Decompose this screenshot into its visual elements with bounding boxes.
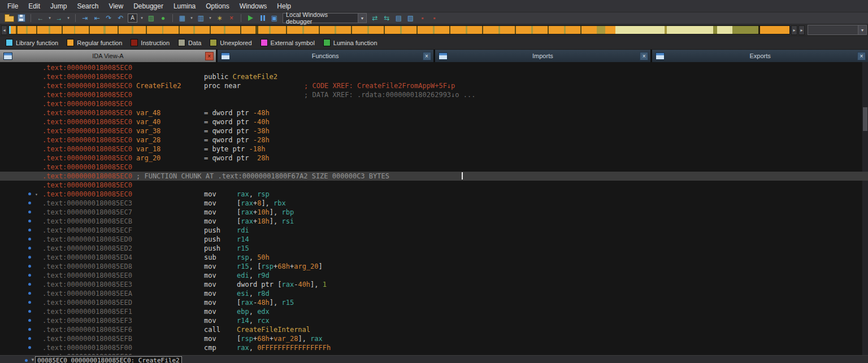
breakpoint-list-button[interactable]: ▧ [406,14,415,23]
menu-lumina[interactable]: Lumina [168,1,201,11]
jump-xref-back-button[interactable]: ↶ [116,14,125,23]
jump-prev-button[interactable]: ⇤ [92,14,102,23]
disasm-line[interactable]: .text:0000000180085EC0 [0,63,868,72]
disasm-line[interactable]: .text:0000000180085EFBmov[rsp+68h+var_28… [0,334,868,343]
navigate-forward-button[interactable]: → [54,14,64,23]
disasm-line[interactable]: ▾.text:0000000180085EC0movrax, rsp [0,190,868,199]
tab-ida-view-a[interactable]: IDA View-A× [0,50,216,62]
disasm-line[interactable]: .text:0000000180085EC0 [0,181,868,190]
save-file-button[interactable] [16,14,26,23]
disasm-line[interactable]: .text:0000000180085ED4subrsp, 50h [0,253,868,262]
disasm-token: , [249,344,257,352]
color-instruction-button[interactable]: ▨ [146,14,156,23]
legend-regular-function: Regular function [67,39,122,46]
menu-edit[interactable]: Edit [23,1,45,11]
disasm-line[interactable]: .text:0000000180085EC7mov[rax+10h], rbp [0,208,868,217]
jump-xref-forward-button[interactable]: ↷ [104,14,114,23]
disasm-line[interactable]: .text:0000000180085EE3movdword ptr [rax-… [0,280,868,289]
disasm-line[interactable]: .text:0000000180085EEAmovesi, r8d [0,289,868,298]
disasm-token: rsp [261,263,274,270]
disasm-token: rax [241,208,253,216]
navigate-back-button[interactable]: ← [36,14,45,23]
disasm-line[interactable]: .text:0000000180085EC0CreateFile2proc ne… [0,81,868,90]
detach-process-button[interactable]: ⇆ [382,14,392,23]
step-into-button[interactable]: ▪ [418,14,427,23]
disasm-address: .text:0000000180085EF6 [42,325,136,334]
navband-dropdown-arrow[interactable]: ▼ [858,25,867,35]
disasm-line[interactable]: .text:0000000180085EF3movr14, rcx [0,316,868,325]
navband-segment [193,26,195,34]
menu-search[interactable]: Search [72,1,103,11]
disasm-line[interactable]: .text:0000000180085EC0 [0,163,868,172]
menu-windows[interactable]: Windows [235,1,272,11]
disasm-line[interactable]: .text:0000000180085EC0public CreateFile2 [0,72,868,81]
desktop-layout-dropdown[interactable]: ▾ [208,14,212,23]
debugger-selector[interactable]: Local Windows debugger▼ [283,14,367,23]
disasm-line[interactable]: .text:0000000180085EC3mov[rax+8], rbx [0,199,868,208]
disasm-line[interactable]: .text:0000000180085EC0 [0,99,868,108]
open-subviews-dropdown[interactable]: ▾ [189,14,194,23]
tab-exports[interactable]: Exports× [652,50,868,62]
stop-debugger-button[interactable]: ▣ [270,14,279,23]
disasm-line[interactable]: .text:0000000180085ECBmov[rax+18h], rsi [0,217,868,226]
close-ida-view-a-button[interactable]: × [205,52,214,60]
attach-process-button[interactable]: ⇄ [370,14,380,23]
menu-debugger[interactable]: Debugger [128,1,168,11]
navband-scroll-left-button[interactable]: ◂ [1,25,7,35]
disasm-line[interactable]: .text:0000000180085F00cmprax, 0FFFFFFFFF… [0,343,868,352]
tab-imports[interactable]: Imports× [435,50,651,62]
open-file-button[interactable] [5,14,14,23]
open-subviews-button[interactable]: ▦ [177,14,187,23]
disasm-line[interactable]: .text:0000000180085EC0var_48= dword ptr … [0,108,868,117]
tab-functions[interactable]: Functions× [218,50,433,62]
debugger-windows-button[interactable]: ▤ [394,14,403,23]
jump-next-button[interactable]: ⇥ [80,14,90,23]
disasm-line[interactable]: .text:0000000180085EEDmov[rax-48h], r15 [0,298,868,307]
disasm-line[interactable]: .text:0000000180085EC0var_40= qword ptr … [0,117,868,126]
navband-dropdown[interactable]: ▼ [808,25,867,34]
disasm-mnemonic: mov [204,217,237,226]
disasm-line[interactable]: .text:0000000180085ED0pushr14 [0,235,868,244]
disasm-token: rsp [257,190,270,198]
disasm-token: var_28 [274,335,298,343]
record-trace-button[interactable]: ● [158,14,168,23]
start-debugger-button[interactable] [246,14,255,23]
disasm-line[interactable]: .text:0000000180085EC0var_38= qword ptr … [0,126,868,135]
desktop-layout-button[interactable]: ▥ [196,14,206,23]
disassembly-view[interactable]: .text:0000000180085EC0.text:000000018008… [0,62,868,355]
disasm-line[interactable]: .text:0000000180085ECFpushrdi [0,226,868,235]
menu-jump[interactable]: Jump [45,1,72,11]
disasm-line[interactable]: .text:0000000180085EC0; FUNCTION CHUNK A… [0,172,868,181]
disasm-line[interactable]: .text:0000000180085EF1movebp, edx [0,307,868,316]
disasm-line[interactable]: .text:0000000180085ED8movr15, [rsp+68h+a… [0,262,868,271]
navband-segment [89,26,90,34]
navband-scroll-right-button[interactable]: ▸ [791,25,797,35]
menu-view[interactable]: View [103,1,128,11]
navband-zoom-button[interactable]: ▸ [798,25,805,35]
close-functions-button[interactable]: × [423,52,431,60]
navigate-back-dropdown[interactable]: ▾ [47,14,52,23]
disasm-line[interactable]: .text:0000000180085ED2pushr15 [0,244,868,253]
menu-file[interactable]: File [2,1,23,11]
disasm-line[interactable]: .text:0000000180085EC0var_18= byte ptr -… [0,145,868,154]
disasm-token: rsp [241,335,253,343]
menu-options[interactable]: Options [201,1,234,11]
disasm-line[interactable]: .text:0000000180085EC0; DATA XREF: .rdat… [0,90,868,99]
disasm-line[interactable]: .text:0000000180085EC0arg_20= qword ptr … [0,154,868,163]
close-exports-button[interactable]: × [857,52,866,60]
pause-debugger-button[interactable] [258,14,267,23]
patch-button[interactable]: ∗ [215,14,224,23]
disasm-line[interactable]: .text:0000000180085EE0movedi, r9d [0,271,868,280]
text-search-dropdown[interactable]: ▾ [140,14,144,23]
legend-label-library-function: Library function [16,40,58,46]
navigate-forward-dropdown[interactable]: ▾ [66,14,71,23]
disasm-line[interactable]: .text:0000000180085EC0var_28= qword ptr … [0,135,868,145]
cancel-button[interactable]: × [227,14,236,23]
debugger-selector-arrow[interactable]: ▼ [358,13,367,23]
text-search-button[interactable]: A [128,14,137,23]
navigator-band[interactable] [8,25,790,34]
disasm-line[interactable]: .text:0000000180085EF6callCreateFileInte… [0,325,868,334]
close-imports-button[interactable]: × [640,52,648,60]
step-over-button[interactable]: ▪ [429,14,439,23]
menu-help[interactable]: Help [272,1,296,11]
